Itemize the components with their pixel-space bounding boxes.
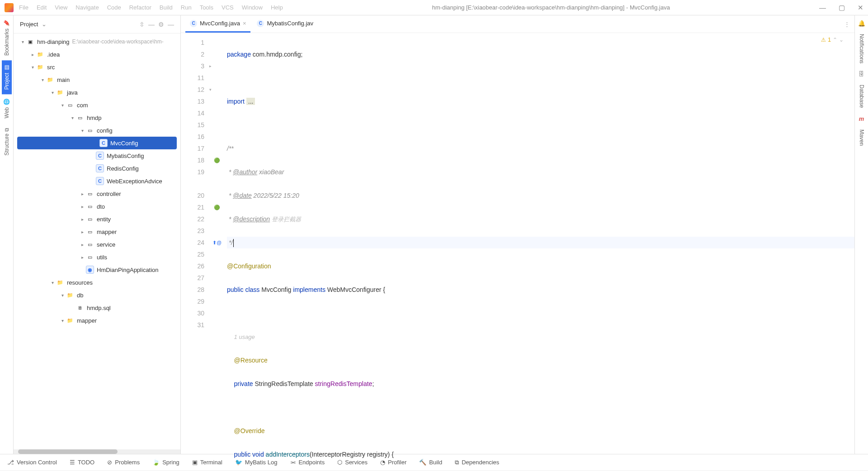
tree-arrow-icon[interactable]: ▸ bbox=[79, 204, 86, 209]
tree-arrow-icon[interactable]: ▸ bbox=[79, 229, 86, 234]
tree-label: java bbox=[67, 89, 78, 96]
tree-arrow-icon[interactable]: ▸ bbox=[79, 242, 86, 247]
menu-view[interactable]: View bbox=[55, 4, 67, 11]
tree-node-src[interactable]: ▾📁src bbox=[14, 61, 180, 73]
txt: ; bbox=[372, 380, 374, 387]
tree-arrow-icon[interactable]: ▾ bbox=[39, 77, 46, 82]
code-content[interactable]: package com.hmdp.config; import ... /** … bbox=[222, 33, 854, 472]
project-tool[interactable]: Project▤ bbox=[2, 60, 12, 94]
tree-node-config[interactable]: ▾▭config bbox=[14, 124, 180, 137]
package-icon: ▭ bbox=[86, 253, 94, 261]
tree-node-service[interactable]: ▸▭service bbox=[14, 238, 180, 251]
bean-gutter-icon[interactable]: 🟢 bbox=[212, 201, 222, 213]
minimize-button[interactable]: — bbox=[819, 4, 826, 12]
tree-node-utils[interactable]: ▸▭utils bbox=[14, 251, 180, 263]
tab-mybatisconfig[interactable]: C MybatisConfig.jav bbox=[252, 15, 318, 33]
tree-label: controller bbox=[97, 191, 121, 197]
tree-node-hmdianpingapplication[interactable]: ◉HmDianPingApplication bbox=[14, 263, 180, 276]
project-h-scrollbar[interactable] bbox=[14, 449, 180, 454]
menu-build[interactable]: Build bbox=[160, 4, 173, 11]
collapse-icon[interactable]: — bbox=[168, 21, 174, 28]
tree-node-webexceptionadvice[interactable]: CWebExceptionAdvice bbox=[14, 175, 180, 187]
tree-node-.idea[interactable]: ▸📁.idea bbox=[14, 48, 180, 61]
tree-arrow-icon[interactable]: ▾ bbox=[79, 128, 86, 133]
tree-arrow-icon[interactable]: ▾ bbox=[59, 293, 66, 298]
maven-tool[interactable]: Maven bbox=[857, 126, 867, 149]
database-icon[interactable]: 🗄 bbox=[859, 71, 864, 77]
tab-menu-icon[interactable]: ⋮ bbox=[844, 21, 850, 28]
tree-node-java[interactable]: ▾📁java bbox=[14, 86, 180, 99]
tree-node-controller[interactable]: ▸▭controller bbox=[14, 187, 180, 200]
menu-code[interactable]: Code bbox=[107, 4, 121, 11]
menu-navigate[interactable]: Navigate bbox=[75, 4, 99, 11]
tree-arrow-icon[interactable]: ▸ bbox=[79, 255, 86, 260]
toolwin-todo[interactable]: ☰TODO bbox=[70, 459, 94, 466]
tree-arrow-icon[interactable]: ▸ bbox=[29, 52, 36, 57]
tree-node-hmdp.sql[interactable]: 🗎hmdp.sql bbox=[14, 301, 180, 314]
chevron-down-icon[interactable]: ⌄ bbox=[42, 21, 47, 28]
structure-tool[interactable]: Structure⧉ bbox=[2, 123, 12, 160]
menu-vcs[interactable]: VCS bbox=[222, 4, 234, 11]
tree-node-resources[interactable]: ▾📁resources bbox=[14, 276, 180, 289]
hide-icon[interactable]: — bbox=[148, 21, 155, 28]
bookmarks-tool[interactable]: Bookmarks🔖 bbox=[2, 15, 12, 60]
tree-node-dto[interactable]: ▸▭dto bbox=[14, 200, 180, 213]
code-editor[interactable]: ⚠ 1 ⌃ ⌄ 123▸1112▾13141516171819202122232… bbox=[181, 33, 854, 472]
menu-edit[interactable]: Edit bbox=[37, 4, 47, 11]
tree-node-db[interactable]: ▾📁db bbox=[14, 289, 180, 301]
fold-ellipsis[interactable]: ... bbox=[246, 98, 255, 105]
close-tab-icon[interactable]: × bbox=[243, 20, 246, 27]
expand-icon[interactable]: ⇳ bbox=[139, 21, 145, 28]
up-arrow-icon[interactable]: ⌃ bbox=[833, 37, 837, 43]
tree-arrow-icon[interactable]: ▾ bbox=[59, 103, 66, 108]
menu-tools[interactable]: Tools bbox=[200, 4, 213, 11]
inspection-indicator[interactable]: ⚠ 1 ⌃ ⌄ bbox=[821, 37, 844, 43]
web-tool[interactable]: Web🌐 bbox=[2, 94, 12, 123]
maximize-button[interactable]: ▢ bbox=[839, 4, 845, 12]
tree-label: resources bbox=[67, 279, 93, 286]
tree-node-mapper[interactable]: ▾📁mapper bbox=[14, 314, 180, 327]
tree-node-redisconfig[interactable]: CRedisConfig bbox=[14, 162, 180, 175]
menu-window[interactable]: Window bbox=[242, 4, 263, 11]
tree-node-com[interactable]: ▾▭com bbox=[14, 99, 180, 111]
tree-node-mybatisconfig[interactable]: CMybatisConfig bbox=[14, 149, 180, 162]
tree-arrow-icon[interactable]: ▸ bbox=[79, 191, 86, 196]
project-tree[interactable]: ▾▣hm-dianpingE:\xiaobear-code\idea-works… bbox=[14, 33, 180, 449]
menu-run[interactable]: Run bbox=[181, 4, 192, 11]
cmt: xiaoBear bbox=[257, 168, 284, 176]
tree-node-mvcconfig[interactable]: CMvcConfig bbox=[17, 137, 177, 149]
tree-arrow-icon[interactable]: ▾ bbox=[59, 318, 66, 323]
tree-arrow-icon[interactable]: ▾ bbox=[19, 39, 26, 44]
tree-node-mapper[interactable]: ▸▭mapper bbox=[14, 225, 180, 238]
database-tool[interactable]: Database bbox=[857, 81, 867, 111]
toolwin-spring[interactable]: 🍃Spring bbox=[152, 459, 179, 466]
bean-gutter-icon[interactable]: 🟢 bbox=[212, 154, 222, 166]
usage-hint[interactable]: 1 usage bbox=[234, 334, 255, 340]
menu-help[interactable]: Help bbox=[271, 4, 283, 11]
tab-mvcconfig[interactable]: C MvcConfig.java × bbox=[185, 15, 250, 33]
line-gutter[interactable]: 123▸1112▾1314151617181920212223242526272… bbox=[181, 33, 212, 472]
maven-icon[interactable]: m bbox=[859, 115, 864, 122]
tree-arrow-icon[interactable]: ▾ bbox=[69, 115, 76, 120]
tree-node-hm-dianping[interactable]: ▾▣hm-dianpingE:\xiaobear-code\idea-works… bbox=[14, 35, 180, 48]
menu-file[interactable]: File bbox=[19, 4, 28, 11]
tree-arrow-icon[interactable]: ▾ bbox=[29, 65, 36, 70]
close-button[interactable]: ✕ bbox=[858, 4, 863, 12]
toolwin-problems[interactable]: ⊘Problems bbox=[107, 459, 140, 466]
tree-arrow-icon[interactable]: ▸ bbox=[79, 217, 86, 222]
tree-node-hmdp[interactable]: ▾▭hmdp bbox=[14, 111, 180, 124]
gear-icon[interactable]: ⚙ bbox=[158, 21, 164, 28]
tree-node-main[interactable]: ▾📁main bbox=[14, 73, 180, 86]
notifications-tool[interactable]: Notifications bbox=[857, 30, 867, 67]
tree-arrow-icon[interactable]: ▾ bbox=[49, 280, 56, 285]
menu-refactor[interactable]: Refactor bbox=[129, 4, 151, 11]
down-arrow-icon[interactable]: ⌄ bbox=[839, 37, 844, 43]
package-icon: ▭ bbox=[86, 240, 94, 248]
override-gutter-icon[interactable]: ⬆@ bbox=[212, 237, 222, 248]
bell-icon[interactable]: 🔔 bbox=[858, 20, 865, 27]
tree-label: WebExceptionAdvice bbox=[107, 178, 162, 185]
tree-label: dto bbox=[97, 203, 105, 210]
tree-node-entity[interactable]: ▸▭entity bbox=[14, 213, 180, 225]
tree-arrow-icon[interactable]: ▾ bbox=[49, 90, 56, 95]
toolwin-version-control[interactable]: ⎇Version Control bbox=[7, 459, 57, 466]
